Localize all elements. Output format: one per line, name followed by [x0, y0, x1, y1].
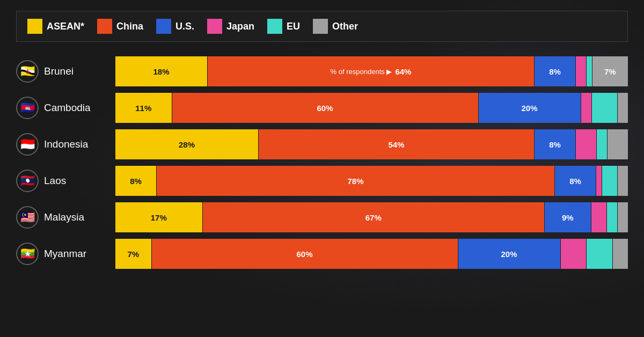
bar-segment-us: 20%	[458, 239, 560, 269]
chart-row: 🇧🇳 Brunei 18% % of respondents ▶ 64% 8%7…	[16, 55, 628, 88]
bar-segment-eu	[607, 202, 617, 232]
bar-segment-china: 60%	[152, 239, 458, 269]
country-label-cambodia: 🇰🇭 Cambodia	[16, 97, 115, 119]
bar-segment-eu	[592, 93, 618, 123]
legend-swatch-other	[313, 19, 328, 34]
bar-segment-us: 8%	[535, 129, 575, 159]
legend-label-asean: ASEAN*	[47, 21, 84, 32]
bar-segment-china: 60%	[172, 93, 478, 123]
bar-segment-japan	[576, 129, 596, 159]
flag-cambodia: 🇰🇭	[16, 97, 39, 119]
bar-segment-other	[608, 129, 628, 159]
country-label-brunei: 🇧🇳 Brunei	[16, 60, 115, 83]
country-name-myanmar: Myanmar	[44, 248, 86, 260]
legend-item-china: China	[97, 19, 143, 34]
country-label-malaysia: 🇲🇾 Malaysia	[16, 206, 115, 229]
chart-row: 🇱🇦 Laos 8%78%8%	[16, 164, 628, 197]
legend: ASEAN* China U.S. Japan EU Other	[16, 11, 628, 42]
bar-segment-asean: 18%	[115, 56, 207, 86]
legend-label-us: U.S.	[175, 21, 194, 32]
chart-row: 🇰🇭 Cambodia 11%60%20%	[16, 91, 628, 124]
chart-row: 🇲🇲 Myanmar 7%60%20%	[16, 237, 628, 270]
bar-segment-japan	[591, 202, 607, 232]
main-container: ASEAN* China U.S. Japan EU Other 🇧🇳 Brun…	[0, 0, 644, 284]
country-name-malaysia: Malaysia	[44, 211, 84, 223]
legend-label-china: China	[116, 21, 143, 32]
country-name-cambodia: Cambodia	[44, 102, 91, 114]
legend-item-japan: Japan	[207, 19, 254, 34]
legend-item-us: U.S.	[156, 19, 194, 34]
bar-segment-asean: 11%	[115, 93, 172, 123]
flag-laos: 🇱🇦	[16, 170, 39, 192]
bar-segment-other	[613, 239, 628, 269]
bar-segment-us: 20%	[479, 93, 581, 123]
legend-item-asean: ASEAN*	[27, 19, 84, 34]
bar-segment-other	[618, 166, 628, 196]
legend-swatch-asean	[27, 19, 42, 34]
legend-swatch-eu	[267, 19, 282, 34]
flag-myanmar: 🇲🇲	[16, 243, 39, 265]
bar-indonesia: 28%54%8%	[115, 129, 628, 159]
bar-cambodia: 11%60%20%	[115, 93, 628, 123]
bar-segment-other	[618, 93, 628, 123]
bar-malaysia: 17%67%9%	[115, 202, 628, 232]
bar-segment-asean: 17%	[115, 202, 202, 232]
bar-segment-china: 54%	[259, 129, 534, 159]
country-name-laos: Laos	[44, 175, 66, 187]
bar-segment-china: % of respondents ▶ 64%	[208, 56, 534, 86]
bar-segment-china: 67%	[203, 202, 545, 232]
country-label-indonesia: 🇮🇩 Indonesia	[16, 133, 115, 156]
bar-segment-japan	[561, 239, 587, 269]
legend-swatch-china	[97, 19, 112, 34]
flag-malaysia: 🇲🇾	[16, 206, 39, 229]
bar-segment-japan	[576, 56, 586, 86]
chart-row: 🇮🇩 Indonesia 28%54%8%	[16, 128, 628, 161]
flag-indonesia: 🇮🇩	[16, 133, 39, 156]
bar-segment-japan	[581, 93, 591, 123]
bar-segment-japan	[596, 166, 602, 196]
legend-item-other: Other	[313, 19, 358, 34]
legend-label-other: Other	[332, 21, 358, 32]
country-name-brunei: Brunei	[44, 65, 74, 77]
bar-segment-eu	[587, 239, 612, 269]
bar-brunei: 18% % of respondents ▶ 64% 8%7%	[115, 56, 628, 86]
legend-swatch-japan	[207, 19, 222, 34]
legend-label-eu: EU	[287, 21, 300, 32]
bar-segment-eu	[597, 129, 607, 159]
bar-segment-china: 78%	[157, 166, 554, 196]
bar-segment-other: 7%	[592, 56, 628, 86]
bar-laos: 8%78%8%	[115, 166, 628, 196]
country-label-laos: 🇱🇦 Laos	[16, 170, 115, 192]
bar-segment-eu	[587, 56, 592, 86]
bar-segment-us: 9%	[545, 202, 591, 232]
bar-myanmar: 7%60%20%	[115, 239, 628, 269]
bar-segment-asean: 28%	[115, 129, 258, 159]
legend-item-eu: EU	[267, 19, 300, 34]
legend-swatch-us	[156, 19, 171, 34]
country-name-indonesia: Indonesia	[44, 138, 88, 150]
legend-label-japan: Japan	[226, 21, 254, 32]
bar-segment-asean: 7%	[115, 239, 151, 269]
chart-row: 🇲🇾 Malaysia 17%67%9%	[16, 201, 628, 234]
flag-brunei: 🇧🇳	[16, 60, 39, 83]
bar-segment-us: 8%	[535, 56, 575, 86]
country-label-myanmar: 🇲🇲 Myanmar	[16, 243, 115, 265]
bar-segment-us: 8%	[555, 166, 596, 196]
bar-segment-asean: 8%	[115, 166, 156, 196]
bar-segment-other	[618, 202, 628, 232]
chart-section: 🇧🇳 Brunei 18% % of respondents ▶ 64% 8%7…	[16, 55, 628, 274]
bar-segment-eu	[602, 166, 618, 196]
